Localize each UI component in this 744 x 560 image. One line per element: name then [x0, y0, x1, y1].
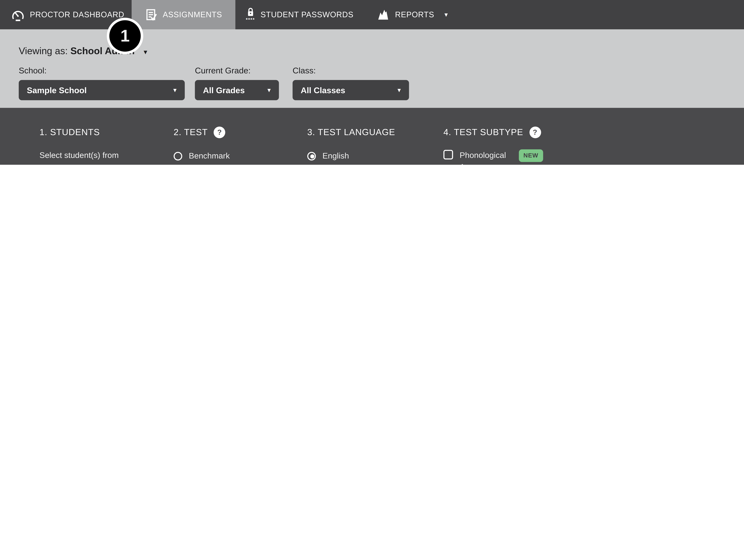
grade-label: Current Grade: — [195, 66, 279, 75]
step-language-title: 3. TEST LANGUAGE — [307, 126, 395, 138]
school-dropdown-value: Sample School — [27, 85, 86, 95]
class-filter-group: Class: All Classes ▼ — [293, 66, 409, 100]
grade-dropdown-value: All Grades — [203, 85, 245, 95]
nav-student-passwords[interactable]: **** STUDENT PASSWORDS — [238, 0, 361, 29]
radio-english[interactable]: English — [307, 150, 395, 161]
assignment-builder-panel: 1. STUDENTS Select student(s) from the t… — [0, 108, 744, 165]
nav-assignments[interactable]: ASSIGNMENTS — [132, 0, 235, 29]
class-label: Class: — [293, 66, 409, 75]
viewing-as-label: Viewing as: — [19, 45, 68, 56]
password-stars: **** — [246, 18, 255, 22]
chevron-down-icon: ▼ — [443, 12, 449, 18]
school-dropdown[interactable]: Sample School ▼ — [19, 80, 185, 100]
nav-label: ASSIGNMENTS — [163, 10, 222, 19]
page: PROCTOR DASHBOARD ASSIGNMENTS **** STUDE… — [0, 0, 744, 165]
clipboard-check-icon — [145, 8, 158, 21]
class-dropdown[interactable]: All Classes ▼ — [293, 80, 409, 100]
step-test: 2. TEST ? Benchmark Dyslexia Screener Pr… — [174, 126, 286, 165]
nav-label: PROCTOR DASHBOARD — [30, 10, 124, 19]
new-badge: NEW — [519, 149, 543, 162]
annotation-badge-1: 1 — [107, 18, 143, 54]
school-filter-group: School: Sample School ▼ — [19, 66, 185, 100]
class-dropdown-value: All Classes — [301, 85, 345, 95]
lock-icon: **** — [246, 7, 256, 22]
step-students: 1. STUDENTS Select student(s) from the t… — [39, 126, 139, 165]
help-icon[interactable]: ? — [529, 126, 541, 138]
step-test-language: 3. TEST LANGUAGE English — [307, 126, 395, 161]
gauge-icon — [11, 8, 25, 22]
nav-label: STUDENT PASSWORDS — [261, 10, 354, 19]
step-subtype-title: 4. TEST SUBTYPE — [443, 127, 523, 137]
nav-reports[interactable]: REPORTS ▼ — [370, 0, 456, 29]
step-students-title: 1. STUDENTS — [39, 126, 139, 138]
radio-selected-icon — [307, 152, 316, 160]
checkbox-icon — [443, 150, 453, 159]
chevron-down-icon: ▼ — [397, 87, 402, 93]
chart-icon — [377, 8, 390, 21]
chevron-down-icon: ▼ — [172, 87, 178, 93]
nav-label: REPORTS — [395, 10, 434, 19]
grade-dropdown[interactable]: All Grades ▼ — [195, 80, 279, 100]
radio-benchmark[interactable]: Benchmark — [174, 150, 286, 161]
checkbox-phonological-awareness[interactable]: Phonological Awareness NEW — [443, 149, 563, 165]
chevron-down-icon: ▼ — [142, 49, 148, 56]
step-test-subtype: 4. TEST SUBTYPE ? Phonological Awareness… — [443, 126, 563, 165]
step-students-description: Select student(s) from the table below. — [39, 149, 139, 165]
grade-filter-group: Current Grade: All Grades ▼ — [195, 66, 279, 100]
school-label: School: — [19, 66, 185, 75]
step-test-title: 2. TEST — [174, 127, 208, 137]
chevron-down-icon: ▼ — [266, 87, 272, 93]
radio-icon — [174, 152, 182, 160]
help-icon[interactable]: ? — [214, 126, 225, 138]
